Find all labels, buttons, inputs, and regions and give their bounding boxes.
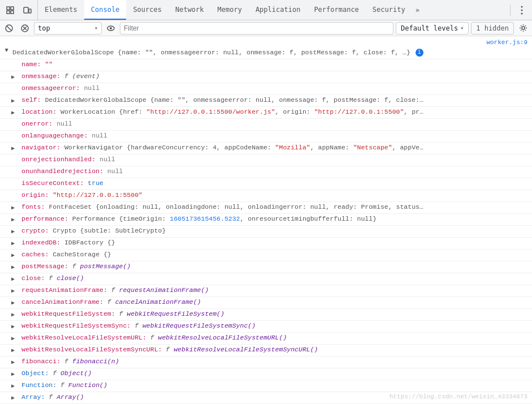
svg-rect-1 — [11, 7, 14, 10]
prop-performance[interactable]: ▶ performance: Performance {timeOrigin: … — [0, 214, 532, 226]
prop-onerror[interactable]: ▶ onerror: null — [0, 119, 532, 131]
prop-expand-wrfs[interactable]: ▶ — [11, 309, 20, 320]
prop-expand-function[interactable]: ▶ — [11, 380, 20, 392]
prop-expand-fonts[interactable]: ▶ — [11, 202, 20, 213]
tab-bar: Elements Console Sources Network Memory … — [0, 0, 532, 20]
tab-divider — [510, 5, 511, 16]
prop-onmessageerror[interactable]: ▶ onmessageerror: null — [0, 83, 532, 95]
prop-expand-indexeddb[interactable]: ▶ — [11, 238, 20, 249]
prop-expand-performance[interactable]: ▶ — [11, 214, 20, 225]
prop-navigator[interactable]: ▶ navigator: WorkerNavigator {hardwareCo… — [0, 143, 532, 154]
prop-requestanimationframe[interactable]: ▶ requestAnimationFrame: f requestAnimat… — [0, 285, 532, 297]
svg-rect-3 — [11, 11, 14, 14]
prop-expand-array[interactable]: ▶ — [11, 392, 20, 403]
tab-elements[interactable]: Elements — [38, 0, 84, 20]
console-toolbar: top ▾ Default levels ▾ 1 hidden — [0, 20, 532, 36]
prop-expand-navigator[interactable]: ▶ — [11, 143, 20, 154]
prop-expand-raf[interactable]: ▶ — [11, 285, 20, 296]
tab-console[interactable]: Console — [84, 0, 127, 20]
log-level-selector[interactable]: Default levels ▾ — [396, 22, 469, 35]
prop-webkitrlfsu[interactable]: ▶ webkitResolveLocalFileSystemURL: f web… — [0, 333, 532, 345]
prop-origin[interactable]: ▶ origin: "http://127.0.0.1:5500" — [0, 190, 532, 202]
prop-onlanguagechange[interactable]: ▶ onlanguagechange: null — [0, 131, 532, 143]
prop-fibonacci[interactable]: ▶ fibonacci: f fibonacci(n) — [0, 356, 532, 368]
prop-self[interactable]: ▶ self: DedicatedWorkerGlobalScope {name… — [0, 95, 532, 107]
eye-filter-button[interactable] — [104, 22, 118, 35]
filter-input[interactable] — [120, 22, 393, 35]
prop-expand-caf[interactable]: ▶ — [11, 297, 20, 308]
stop-button[interactable] — [18, 22, 32, 35]
prop-webkitrlfssurl[interactable]: ▶ webkitResolveLocalFileSystemSyncURL: f… — [0, 345, 532, 356]
tab-sources[interactable]: Sources — [126, 0, 168, 20]
prop-expand-rlfssu[interactable]: ▶ — [11, 345, 20, 356]
prop-onrejectionhandled[interactable]: ▶ onrejectionhandled: null — [0, 154, 532, 166]
svg-point-7 — [521, 9, 523, 11]
more-options-button[interactable] — [514, 2, 530, 18]
prop-expand-close[interactable]: ▶ — [11, 273, 20, 285]
hidden-count-badge: 1 hidden — [471, 22, 514, 35]
watermark: https://blog.csdn.net/weixin_43334673 — [390, 392, 527, 402]
context-arrow-icon: ▾ — [94, 25, 98, 31]
tab-right-icons — [505, 0, 532, 20]
prop-expand-object[interactable]: ▶ — [11, 368, 20, 380]
root-expand-arrow[interactable]: ▶ — [1, 49, 12, 58]
level-arrow-icon: ▾ — [460, 25, 464, 31]
prop-webkitrequestfilesystemsync[interactable]: ▶ webkitRequestFileSystemSync: f webkitR… — [0, 321, 532, 333]
prop-expand-crypto[interactable]: ▶ — [11, 226, 20, 237]
prop-crypto[interactable]: ▶ crypto: Crypto {subtle: SubtleCrypto} — [0, 226, 532, 238]
prop-expand-fibonacci[interactable]: ▶ — [11, 356, 20, 368]
info-icon: i — [416, 49, 423, 57]
settings-button[interactable] — [516, 22, 530, 35]
svg-point-8 — [521, 12, 523, 14]
prop-expand-wrfss[interactable]: ▶ — [11, 321, 20, 332]
prop-postmessage[interactable]: ▶ postMessage: f postMessage() — [0, 261, 532, 273]
tab-bar-left-icons — [0, 0, 38, 20]
svg-point-6 — [521, 6, 523, 7]
prop-function[interactable]: ▶ Function: f Function() — [0, 380, 532, 392]
svg-point-16 — [522, 27, 525, 29]
prop-cancelanimationframe[interactable]: ▶ cancelAnimationFrame: f cancelAnimatio… — [0, 297, 532, 309]
clear-console-button[interactable] — [2, 22, 16, 35]
prop-caches[interactable]: ▶ caches: CacheStorage {} — [0, 250, 532, 261]
tab-memory[interactable]: Memory — [211, 0, 249, 20]
prop-expand-caches[interactable]: ▶ — [11, 250, 20, 261]
svg-rect-0 — [7, 7, 10, 10]
svg-point-15 — [110, 27, 112, 29]
prop-expand-postmessage[interactable]: ▶ — [11, 261, 20, 273]
root-object-line[interactable]: ▶ DedicatedWorkerGlobalScope {name: "", … — [0, 48, 532, 59]
prop-issecurecontext[interactable]: ▶ isSecureContext: true — [0, 178, 532, 190]
prop-location[interactable]: ▶ location: WorkerLocation {href: "http:… — [0, 107, 532, 119]
console-output: worker.js:9 ▶ DedicatedWorkerGlobalScope… — [0, 36, 532, 404]
tab-performance[interactable]: Performance — [307, 0, 365, 20]
prop-name[interactable]: ▶ name: "" — [0, 59, 532, 71]
prop-expand-rlfsu[interactable]: ▶ — [11, 333, 20, 344]
prop-onunhandledrejection[interactable]: ▶ onunhandledrejection: null — [0, 166, 532, 178]
worker-ref[interactable]: worker.js:9 — [0, 36, 532, 48]
prop-object[interactable]: ▶ Object: f Object() — [0, 368, 532, 380]
more-tabs-button[interactable]: » — [412, 0, 423, 20]
tab-application[interactable]: Application — [249, 0, 307, 20]
prop-close[interactable]: ▶ close: f close() — [0, 273, 532, 285]
svg-rect-2 — [7, 11, 10, 14]
prop-indexeddb[interactable]: ▶ indexedDB: IDBFactory {} — [0, 238, 532, 250]
prop-fonts[interactable]: ▶ fonts: FontFaceSet {onloading: null, o… — [0, 202, 532, 214]
svg-rect-4 — [24, 7, 28, 13]
prop-expand-self[interactable]: ▶ — [11, 95, 20, 106]
tab-security[interactable]: Security — [366, 0, 412, 20]
device-toggle-button[interactable] — [19, 2, 35, 18]
tab-network[interactable]: Network — [168, 0, 211, 20]
prop-webkitrequestfilesystem[interactable]: ▶ webkitRequestFileSystem: f webkitReque… — [0, 309, 532, 321]
svg-line-10 — [7, 26, 11, 31]
inspect-icon-button[interactable] — [2, 2, 18, 18]
svg-rect-5 — [29, 9, 31, 13]
prop-expand-location[interactable]: ▶ — [11, 107, 20, 118]
prop-expand-onmessage[interactable]: ▶ — [11, 71, 20, 83]
prop-onmessage[interactable]: ▶ onmessage: f (event) — [0, 71, 532, 83]
context-selector[interactable]: top ▾ — [34, 22, 102, 35]
